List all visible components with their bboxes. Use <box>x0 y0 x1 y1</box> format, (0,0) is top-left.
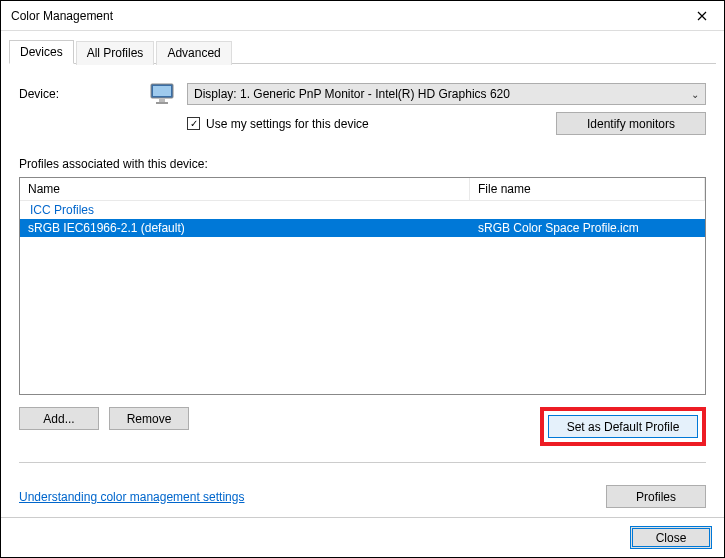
device-select-value: Display: 1. Generic PnP Monitor - Intel(… <box>194 87 510 101</box>
item-file: sRGB Color Space Profile.icm <box>470 220 705 236</box>
bottom-row: Understanding color management settings … <box>1 485 724 508</box>
list-header: Name File name <box>20 178 705 201</box>
content-area: Device: Display: 1. Generic PnP Monitor … <box>1 64 724 485</box>
remove-button[interactable]: Remove <box>109 407 189 430</box>
profiles-section-label: Profiles associated with this device: <box>19 157 706 171</box>
item-name: sRGB IEC61966-2.1 (default) <box>20 220 470 236</box>
group-icc-profiles: ICC Profiles <box>20 201 705 219</box>
footer: Close <box>1 517 724 557</box>
device-select[interactable]: Display: 1. Generic PnP Monitor - Intel(… <box>187 83 706 105</box>
column-file[interactable]: File name <box>470 178 705 200</box>
use-my-settings-label: Use my settings for this device <box>206 117 369 131</box>
device-label: Device: <box>19 87 149 101</box>
profile-buttons-row: Add... Remove Set as Default Profile <box>19 407 706 446</box>
understanding-link[interactable]: Understanding color management settings <box>19 490 244 504</box>
svg-rect-1 <box>153 86 171 96</box>
profiles-button[interactable]: Profiles <box>606 485 706 508</box>
list-item[interactable]: sRGB IEC61966-2.1 (default) sRGB Color S… <box>20 219 705 237</box>
highlight-annotation: Set as Default Profile <box>540 407 706 446</box>
tab-bar: Devices All Profiles Advanced <box>9 39 716 64</box>
window-title: Color Management <box>11 9 113 23</box>
device-options-row: ✓ Use my settings for this device Identi… <box>187 112 706 135</box>
set-default-button[interactable]: Set as Default Profile <box>548 415 698 438</box>
use-my-settings-checkbox[interactable]: ✓ Use my settings for this device <box>187 117 369 131</box>
profiles-listbox[interactable]: Name File name ICC Profiles sRGB IEC6196… <box>19 177 706 395</box>
close-button[interactable]: Close <box>630 526 712 549</box>
column-name[interactable]: Name <box>20 178 470 200</box>
tab-all-profiles[interactable]: All Profiles <box>76 41 155 65</box>
titlebar: Color Management <box>1 1 724 31</box>
checkbox-icon: ✓ <box>187 117 200 130</box>
device-row: Device: Display: 1. Generic PnP Monitor … <box>19 82 706 106</box>
svg-rect-2 <box>159 99 165 102</box>
tab-devices[interactable]: Devices <box>9 40 74 64</box>
svg-rect-3 <box>156 102 168 104</box>
separator <box>19 462 706 463</box>
close-icon[interactable] <box>679 1 724 31</box>
tab-advanced[interactable]: Advanced <box>156 41 231 65</box>
monitor-icon <box>149 82 177 106</box>
chevron-down-icon: ⌄ <box>691 89 699 100</box>
add-button[interactable]: Add... <box>19 407 99 430</box>
identify-monitors-button[interactable]: Identify monitors <box>556 112 706 135</box>
